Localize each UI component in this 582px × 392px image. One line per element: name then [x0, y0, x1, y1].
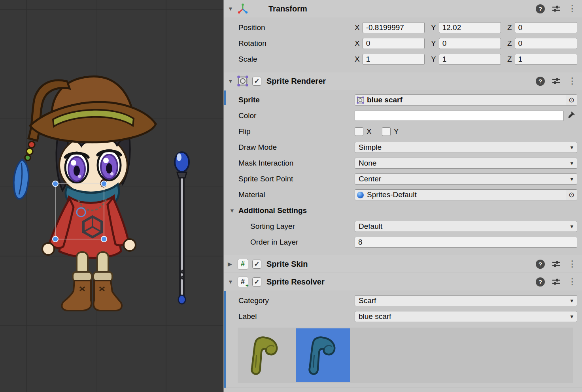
enabled-checkbox[interactable]: ✓: [252, 277, 261, 286]
sorting-layer-value: Default: [359, 222, 382, 231]
scene-canvas[interactable]: [0, 0, 223, 392]
draw-mode-dropdown[interactable]: Simple ▾: [355, 142, 577, 153]
axis-y-label: Y: [431, 23, 436, 32]
thumbnail-blue-scarf-selected[interactable]: [296, 328, 350, 382]
presets-icon[interactable]: [552, 277, 561, 286]
handle-top-left[interactable]: [53, 181, 58, 187]
axis-z-label: Z: [507, 39, 512, 48]
more-menu-icon[interactable]: ⋮: [568, 77, 576, 85]
component-title: Sprite Renderer: [266, 77, 326, 86]
help-icon[interactable]: ?: [536, 4, 545, 13]
staff-orb: [175, 152, 189, 172]
category-dropdown[interactable]: Scarf ▾: [355, 295, 577, 306]
foldout-open-icon[interactable]: ▼: [229, 207, 236, 214]
prefab-override-bar: [224, 291, 226, 388]
foldout-open-icon[interactable]: ▼: [228, 78, 236, 84]
inspector-panel: ▼ Transform ?: [223, 0, 582, 392]
rotation-x-input[interactable]: [363, 38, 425, 49]
sprite-sort-point-row: Sprite Sort Point Center ▾: [224, 171, 577, 187]
sprite-renderer-component: ▼ ✓ Sprite Renderer ?: [224, 72, 582, 255]
scale-x-input[interactable]: [363, 54, 425, 65]
sprite-renderer-header[interactable]: ▼ ✓ Sprite Renderer ?: [224, 72, 582, 90]
right-boot: [94, 281, 122, 311]
help-icon[interactable]: ?: [536, 277, 545, 286]
position-x-input[interactable]: [363, 22, 425, 33]
sprite-resolver-header[interactable]: ▼ #+ ✓ Sprite Resolver ?: [224, 273, 582, 290]
more-menu-icon[interactable]: ⋮: [568, 260, 576, 268]
scale-row: Scale X Y Z: [224, 51, 577, 67]
sprite-sort-point-value: Center: [359, 175, 381, 183]
flip-x-label: X: [367, 127, 372, 136]
draw-mode-row: Draw Mode Simple ▾: [224, 139, 577, 155]
sprite-skin-component: ▶ # ✓ Sprite Skin ?: [224, 255, 582, 273]
component-title: Sprite Skin: [266, 260, 308, 269]
sorting-layer-dropdown[interactable]: Default ▾: [355, 221, 577, 232]
material-value: Sprites-Default: [365, 190, 566, 199]
more-menu-icon[interactable]: ⋮: [568, 277, 576, 286]
sprite-renderer-icon: [236, 75, 249, 87]
sprite-sort-point-dropdown[interactable]: Center ▾: [355, 173, 577, 185]
enabled-checkbox[interactable]: ✓: [252, 260, 261, 269]
right-hand: [124, 239, 136, 251]
sprite-object-field[interactable]: blue scarf ⊙: [355, 94, 577, 106]
object-picker-icon[interactable]: ⊙: [566, 190, 577, 200]
sprite-skin-header[interactable]: ▶ # ✓ Sprite Skin ?: [224, 255, 582, 273]
axis-z-label: Z: [507, 23, 512, 32]
help-icon[interactable]: ?: [536, 77, 545, 86]
foldout-closed-icon[interactable]: ▶: [228, 261, 236, 267]
material-row: Material Sprites-Default ⊙: [224, 187, 577, 203]
foldout-open-icon[interactable]: ▼: [228, 279, 236, 285]
enabled-checkbox[interactable]: ✓: [252, 77, 261, 86]
transform-header[interactable]: ▼ Transform ?: [224, 0, 582, 17]
scale-z-input[interactable]: [515, 54, 577, 65]
foldout-open-icon[interactable]: ▼: [228, 6, 236, 12]
transform-icon: [236, 2, 249, 15]
rotation-y-input[interactable]: [439, 38, 501, 49]
additional-settings-foldout[interactable]: ▼ Additional Settings: [224, 203, 577, 219]
staff-gem: [178, 295, 185, 304]
position-z-input[interactable]: [515, 22, 577, 33]
sprite-icon: [355, 96, 365, 104]
eyedropper-icon[interactable]: [564, 111, 577, 120]
unity-editor-window: ▼ Transform ?: [0, 0, 582, 392]
staff-sprite[interactable]: [175, 152, 189, 304]
scale-label: Scale: [224, 55, 355, 64]
sprite-sort-point-label: Sprite Sort Point: [224, 175, 355, 183]
axis-x-label: X: [355, 23, 360, 32]
scene-view[interactable]: [0, 0, 223, 392]
presets-icon[interactable]: [552, 4, 561, 13]
left-boot: [62, 281, 91, 311]
handle-bottom-right[interactable]: [101, 236, 107, 242]
handle-top-right[interactable]: [101, 181, 107, 187]
rotation-z-input[interactable]: [515, 38, 577, 49]
chevron-down-icon: ▾: [570, 223, 573, 230]
flip-x-checkbox[interactable]: [355, 127, 363, 136]
chevron-down-icon: ▾: [570, 175, 573, 183]
thumbnail-green-scarf[interactable]: [238, 328, 292, 382]
right-eye: [98, 150, 121, 180]
draw-mode-label: Draw Mode: [224, 143, 355, 152]
hat-bead-red: [28, 141, 35, 148]
color-row: Color: [224, 108, 577, 124]
axis-x-label: X: [355, 55, 360, 64]
position-row: Position X Y Z: [224, 20, 577, 36]
chevron-down-icon: ▾: [570, 297, 573, 304]
object-picker-icon[interactable]: ⊙: [566, 95, 577, 105]
mask-interaction-dropdown[interactable]: None ▾: [355, 158, 577, 169]
presets-icon[interactable]: [552, 76, 561, 86]
presets-icon[interactable]: [552, 259, 561, 269]
material-object-field[interactable]: Sprites-Default ⊙: [355, 189, 577, 200]
scale-y-input[interactable]: [439, 54, 501, 65]
character-sprite[interactable]: [14, 76, 156, 311]
order-in-layer-input[interactable]: [355, 237, 577, 248]
help-icon[interactable]: ?: [536, 260, 545, 269]
position-y-input[interactable]: [439, 22, 501, 33]
handle-bottom-left[interactable]: [53, 236, 58, 242]
more-menu-icon[interactable]: ⋮: [568, 4, 576, 13]
component-title: Transform: [268, 4, 307, 13]
checkmark-icon: ✓: [254, 77, 259, 85]
color-swatch[interactable]: [355, 111, 564, 121]
flip-y-label: Y: [394, 127, 399, 136]
flip-y-checkbox[interactable]: [382, 127, 391, 136]
label-dropdown[interactable]: blue scarf ▾: [355, 311, 577, 322]
